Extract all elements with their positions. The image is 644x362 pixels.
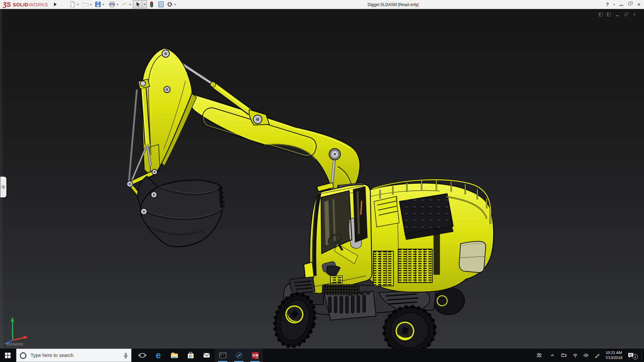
open-document-button[interactable] bbox=[82, 1, 90, 8]
battery-charging-icon bbox=[560, 353, 567, 358]
wifi-icon bbox=[572, 353, 578, 358]
people-tray-button[interactable] bbox=[534, 349, 544, 362]
expand-panel-icon bbox=[1, 185, 5, 189]
cortana-icon bbox=[19, 352, 27, 359]
solidworks-2017-icon: S W 2017 bbox=[251, 351, 259, 360]
sw-letter-w: W bbox=[255, 353, 259, 357]
options-button[interactable] bbox=[166, 1, 174, 8]
cmd-label: C:\_ bbox=[220, 354, 225, 356]
composer-button[interactable] bbox=[231, 349, 247, 362]
save-floppy-icon bbox=[94, 1, 102, 8]
tray-clock[interactable]: 10:21 AM 7/13/2018 bbox=[603, 349, 625, 362]
doc-window-pane-right-button[interactable] bbox=[605, 11, 612, 18]
side-grille-left bbox=[373, 251, 393, 286]
task-view-button[interactable] bbox=[134, 349, 150, 362]
rebuild-button[interactable] bbox=[148, 1, 156, 8]
minimize-icon bbox=[620, 5, 623, 6]
brand-solid: SOLID bbox=[13, 2, 29, 7]
open-folder-icon bbox=[82, 1, 89, 8]
action-center-button[interactable]: 2 bbox=[626, 349, 640, 362]
minimize-button[interactable] bbox=[618, 0, 625, 9]
undo-button[interactable] bbox=[121, 1, 129, 8]
clock-date: 7/13/2018 bbox=[603, 355, 625, 360]
sw-letter-s: S bbox=[252, 353, 255, 357]
ds-monogram: ƷS bbox=[3, 1, 11, 8]
window-pane-left-icon bbox=[599, 13, 603, 16]
doc-restore-button[interactable] bbox=[622, 11, 629, 18]
new-dropdown-caret[interactable] bbox=[77, 4, 79, 5]
print-dropdown-caret[interactable] bbox=[116, 4, 118, 5]
bucket[interactable] bbox=[138, 176, 225, 247]
battery-tray-button[interactable] bbox=[559, 349, 569, 362]
show-desktop-divider[interactable] bbox=[641, 350, 642, 361]
brand-works: WORKS bbox=[29, 2, 48, 7]
boom-arm[interactable] bbox=[187, 93, 360, 191]
microphone-icon[interactable] bbox=[122, 352, 129, 359]
select-tool-group bbox=[133, 0, 147, 8]
doc-close-button[interactable]: × bbox=[631, 11, 638, 18]
volume-icon bbox=[583, 353, 589, 358]
tray-overflow-button[interactable] bbox=[547, 349, 557, 362]
wifi-tray-button[interactable] bbox=[570, 349, 580, 362]
pen-tray-button[interactable] bbox=[592, 349, 602, 362]
chevron-up-icon bbox=[550, 353, 555, 358]
close-button[interactable]: × bbox=[635, 0, 643, 9]
taskbar-search bbox=[16, 349, 131, 362]
hexagon-app-icon bbox=[235, 351, 243, 359]
desktop: ƷS SOLID WORKS bbox=[0, 0, 644, 362]
doc-minimize-button[interactable] bbox=[614, 11, 621, 18]
select-tool-button[interactable] bbox=[133, 1, 142, 8]
command-prompt-icon: C:\_ bbox=[219, 351, 227, 359]
start-button[interactable] bbox=[0, 349, 16, 362]
file-explorer-button[interactable] bbox=[166, 349, 182, 362]
side-grille-right bbox=[398, 249, 432, 283]
task-view-icon bbox=[138, 351, 147, 359]
model-canvas[interactable] bbox=[0, 9, 644, 349]
select-cursor-icon bbox=[134, 1, 141, 8]
doc-window-pane-left-button[interactable] bbox=[597, 11, 604, 18]
print-icon bbox=[108, 1, 116, 8]
help-dropdown-caret[interactable] bbox=[613, 4, 615, 5]
graphics-viewport[interactable]: × *Dimetric bbox=[0, 9, 644, 349]
cab[interactable] bbox=[290, 183, 372, 294]
rebuild-traffic-light-icon bbox=[148, 1, 155, 8]
windows-logo-icon bbox=[0, 349, 16, 362]
rear-window bbox=[459, 241, 486, 273]
pen-icon bbox=[594, 353, 600, 358]
open-dropdown-caret[interactable] bbox=[90, 4, 92, 5]
people-icon bbox=[536, 352, 542, 358]
store-icon bbox=[186, 351, 195, 360]
microsoft-store-button[interactable] bbox=[182, 349, 199, 362]
save-dropdown-caret[interactable] bbox=[102, 4, 104, 5]
help-button[interactable]: ? bbox=[604, 0, 611, 9]
gear-icon bbox=[166, 1, 173, 8]
select-dropdown-caret bbox=[144, 4, 146, 5]
titlebar: ƷS SOLID WORKS bbox=[0, 0, 644, 9]
restore-icon bbox=[628, 3, 631, 5]
edge-browser-button[interactable]: e bbox=[150, 349, 166, 362]
menu-flyout-arrow-icon[interactable] bbox=[54, 3, 57, 6]
volume-tray-button[interactable] bbox=[581, 349, 591, 362]
file-properties-button[interactable] bbox=[157, 1, 165, 8]
new-document-button[interactable] bbox=[68, 1, 76, 8]
clock-time: 10:21 AM bbox=[603, 350, 625, 355]
restore-button[interactable] bbox=[627, 0, 634, 9]
upper-body-deck[interactable] bbox=[369, 180, 493, 292]
orientation-triad bbox=[1, 314, 38, 345]
solidworks-app-button[interactable]: S W 2017 bbox=[247, 349, 263, 362]
notification-badge: 2 bbox=[633, 354, 638, 359]
print-button[interactable] bbox=[108, 1, 116, 8]
undo-dropdown-caret[interactable] bbox=[129, 4, 131, 5]
save-button[interactable] bbox=[94, 1, 102, 8]
search-input[interactable] bbox=[31, 349, 118, 362]
edge-icon: e bbox=[156, 351, 161, 360]
feature-manager-collapsed-tab[interactable] bbox=[0, 177, 6, 197]
triad-x-axis bbox=[13, 338, 24, 340]
options-dropdown-caret[interactable] bbox=[174, 4, 176, 5]
mail-icon bbox=[202, 351, 211, 359]
mail-button[interactable] bbox=[199, 349, 215, 362]
select-dropdown-button[interactable] bbox=[142, 1, 147, 8]
triad-y-axis bbox=[12, 321, 13, 340]
command-prompt-button[interactable]: C:\_ bbox=[215, 349, 231, 362]
doc-restore-icon bbox=[624, 14, 627, 16]
